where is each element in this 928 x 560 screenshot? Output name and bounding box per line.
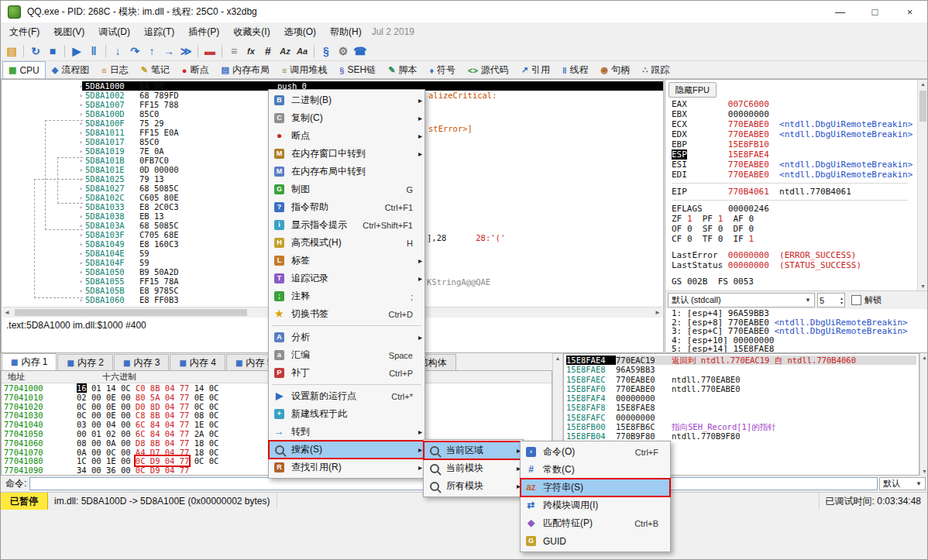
breakpoint-gutter-dot[interactable]: ●	[2, 109, 82, 119]
breakpoint-gutter-dot[interactable]: ●	[2, 230, 82, 239]
maximize-button[interactable]: □	[858, 1, 892, 22]
scrollbar-thumb[interactable]	[15, 309, 247, 316]
run-button[interactable]: ▶	[68, 43, 85, 60]
open-file-button[interactable]: ▤	[3, 43, 20, 60]
menubar-item-file[interactable]: 文件(F)	[2, 26, 46, 39]
menubar-item-view[interactable]: 视图(V)	[46, 26, 91, 39]
register-row[interactable]: ECX 770EABE0 <ntdll.DbgUiRemoteBreakin>	[672, 119, 908, 129]
scroll-right-icon[interactable]: ►	[655, 309, 661, 316]
submenu-item-current-region[interactable]: 当前区域▸	[424, 441, 523, 459]
menu-item-label[interactable]: L标签▸	[269, 252, 424, 270]
stack-row[interactable]: 15E8FAF815E8FAE8	[566, 403, 916, 412]
register-row[interactable]: ESP 15E8FAE4	[672, 149, 908, 160]
breakpoint-gutter-dot[interactable]: ●	[2, 128, 82, 137]
breakpoint-gutter-dot[interactable]: ●	[2, 286, 82, 295]
unlock-checkbox[interactable]	[851, 295, 861, 305]
tab-memory-map[interactable]: ▤内存布局	[215, 61, 276, 78]
hide-fpu-button[interactable]: 隐藏FPU	[669, 82, 717, 98]
stack-row[interactable]: 15E8FAE4770EAC19返回到 ntdll.770EAC19 自 ntd…	[566, 356, 916, 365]
run-to-user-code-button[interactable]: →	[160, 43, 177, 60]
register-row[interactable]: EFLAGS 00000246	[672, 204, 908, 214]
tab-handles[interactable]: ◉句柄	[595, 61, 637, 78]
menubar-item-trace[interactable]: 追踪(T)	[137, 26, 181, 39]
menu-item-set-new-origin[interactable]: ▶设置新的运行点Ctrl+*	[269, 387, 424, 405]
menu-item-highlighting-mode[interactable]: H高亮模式(H)H	[269, 234, 424, 252]
patch-button[interactable]: ▬	[201, 43, 218, 60]
menu-item-patch[interactable]: P补丁Ctrl+P	[269, 364, 424, 382]
flags-row[interactable]: GS 002B FS 0053	[672, 277, 908, 287]
breakpoint-gutter-dot[interactable]: ●	[2, 156, 82, 165]
tab-symbols[interactable]: ♦符号	[423, 61, 462, 78]
tab-cpu[interactable]: ▦CPU	[2, 61, 46, 78]
menu-item-search[interactable]: 搜索(S)▸	[269, 441, 424, 459]
scroll-left-icon[interactable]: ◄	[4, 309, 10, 316]
submenu-item-all-modules[interactable]: 所有模块▸	[424, 477, 523, 495]
stepper-arrows-icon[interactable]: ▴▾	[840, 296, 843, 305]
expression-fx-button[interactable]: fx	[242, 43, 259, 60]
menu-item-toggle-bookmark[interactable]: ★切换书签Ctrl+D	[269, 305, 424, 323]
menu-item-assemble[interactable]: a汇编Space	[269, 346, 424, 364]
memory-row[interactable]: 7704109034 00 36 00 0C D9 04 77	[4, 466, 218, 476]
stack-row[interactable]: 15E8FB0015E8FB6C指向SEH_Record[1]的指针	[566, 422, 916, 431]
command-convention-select[interactable]: 默认 ▼	[879, 477, 926, 490]
menu-item-find-references[interactable]: R查找引用(R)▸	[269, 459, 424, 476]
close-button[interactable]: ×	[892, 1, 927, 22]
menu-item-comment[interactable]: ;注释;	[269, 287, 424, 305]
register-row[interactable]: EDX 770EABE0 <ntdll.DbgUiRemoteBreakin>	[672, 129, 908, 139]
tab-log[interactable]: ≡日志	[95, 61, 134, 78]
pause-button[interactable]: ‖	[85, 43, 102, 60]
tab-breakpoints[interactable]: ●断点	[176, 61, 215, 78]
calling-convention-select[interactable]: 默认 (stdcall) ▼	[668, 293, 815, 307]
submenu-item-string-references[interactable]: az字符串(S)	[521, 479, 670, 496]
register-row[interactable]: LastStatus 00000000 (STATUS_SUCCESS)	[672, 260, 908, 270]
breakpoint-gutter-dot[interactable]: ●	[2, 202, 82, 211]
menubar-item-favourites[interactable]: 收藏夹(I)	[226, 26, 277, 39]
breakpoint-gutter-dot[interactable]: ●	[2, 165, 82, 174]
menu-item-copy[interactable]: C复制(C)▸	[269, 109, 424, 127]
submenu-item-guid[interactable]: GGUID	[521, 532, 670, 550]
stack-row[interactable]: 15E8FB04770B9F80ntdll.770B9F80	[566, 431, 916, 441]
tab-references[interactable]: ↗引用	[515, 61, 556, 78]
menubar-item-debug[interactable]: 调试(D)	[91, 26, 137, 39]
register-row[interactable]: EBX 00000000	[672, 109, 908, 119]
tab-dump-2[interactable]: ▦内存 2	[57, 354, 112, 370]
breakpoint-gutter-dot[interactable]: ●	[2, 277, 82, 286]
breakpoint-gutter-dot[interactable]: ●	[2, 184, 82, 193]
breakpoint-gutter-dot[interactable]: ●	[2, 81, 82, 91]
breakpoint-gutter-dot[interactable]: ●	[2, 258, 82, 267]
breakpoint-gutter-dot[interactable]: ●	[2, 267, 82, 277]
tab-call-stack[interactable]: ≡调用堆栈	[276, 61, 333, 78]
stack-row[interactable]: 15E8FAE896A59BB3	[566, 365, 916, 374]
submenu-item-current-module[interactable]: 当前模块▸	[424, 459, 523, 477]
tab-threads[interactable]: ‖线程	[556, 61, 594, 78]
register-row[interactable]: EIP 770B4061 ntdll.770B4061	[672, 187, 908, 197]
tab-source[interactable]: <>源代码	[462, 61, 515, 78]
register-row[interactable]: EBP 15E8FB10	[672, 139, 908, 149]
stack-row[interactable]: 15E8FAF0770EABE0ntdll.770EABE0	[566, 384, 916, 393]
animate-into-button[interactable]: ≫	[177, 43, 194, 60]
assemble-aa-button[interactable]: Aa	[294, 43, 311, 60]
menu-item-follow-in-memory-map[interactable]: M在内存布局中转到	[269, 163, 424, 180]
settings-gear-button[interactable]: ⚙	[335, 43, 352, 60]
step-over-button[interactable]: ↷	[126, 43, 143, 60]
breakpoint-gutter-dot[interactable]: ●	[2, 295, 82, 304]
menubar-item-plugins[interactable]: 插件(P)	[181, 26, 226, 39]
menu-item-create-new-thread[interactable]: +新建线程于此	[269, 405, 424, 423]
step-out-button[interactable]: ↑	[143, 43, 160, 60]
stack-row[interactable]: 15E8FAFC00000000	[566, 413, 916, 422]
restart-button[interactable]: ↻	[27, 43, 44, 60]
stack-row[interactable]: 15E8FAEC770EABE0ntdll.770EABE0	[566, 375, 916, 384]
breakpoint-gutter-dot[interactable]: ●	[2, 146, 82, 156]
tab-script[interactable]: ✎脚本	[382, 61, 423, 78]
menu-item-breakpoint[interactable]: ●断点▸	[269, 127, 424, 145]
submenu-item-intermodular-calls[interactable]: ⇄跨模块调用(I)	[521, 496, 670, 514]
scrollbar-thumb[interactable]	[919, 91, 926, 122]
tab-trace[interactable]: ∴跟踪	[636, 61, 675, 78]
breakpoint-gutter-dot[interactable]: ●	[2, 91, 82, 100]
scroll-up-icon[interactable]: ▲	[918, 81, 928, 87]
argument-row[interactable]: 5: [esp+14] 15E8FAE8	[672, 345, 908, 353]
breakpoint-gutter-dot[interactable]: ●	[2, 221, 82, 230]
submenu-item-constant[interactable]: #常数(C)	[521, 461, 670, 479]
submenu-item-pattern[interactable]: ◆匹配特征(P)Ctrl+B	[521, 514, 670, 532]
menubar-item-options[interactable]: 选项(O)	[277, 26, 323, 39]
